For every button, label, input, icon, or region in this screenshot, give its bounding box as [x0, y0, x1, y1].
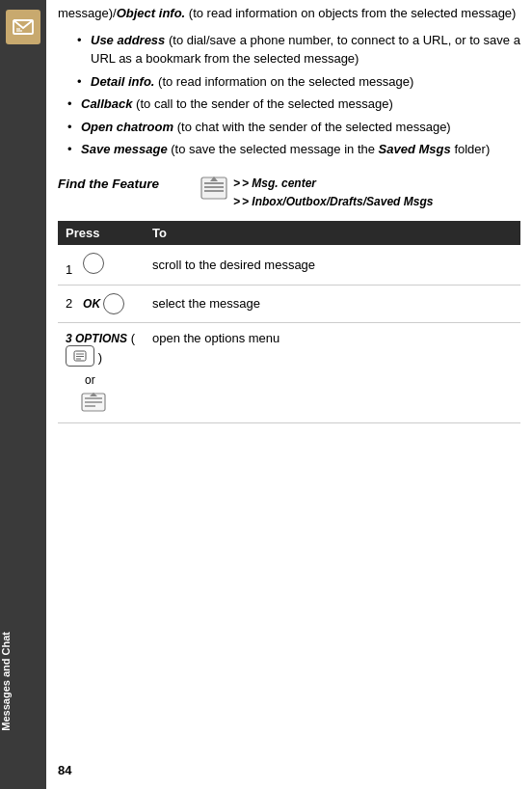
nav-steps: >> Msg. center >> Inbox/Outbox/Drafts/Sa…: [233, 175, 433, 211]
options-rect-button: [66, 345, 94, 367]
menu-icon-row: [81, 393, 106, 415]
row2-action-cell: select the message: [145, 285, 520, 322]
row1-number: 1: [66, 262, 72, 277]
intro-paragraph: message)/Object info. (to read informati…: [58, 4, 520, 23]
sub-bullet-list: Use address (to dial/save a phone number…: [58, 31, 520, 95]
ok-circle-button: [103, 293, 124, 314]
find-feature-label: Find the Feature: [58, 175, 193, 191]
table-row: 2 OK select the message: [58, 285, 520, 322]
main-bullet-list: Callback (to call to the sender of the s…: [58, 95, 520, 163]
list-item: Open chatroom (to chat with the sender o…: [67, 118, 520, 137]
intro-text2: (to read information on objects from the…: [185, 6, 516, 20]
bullet-bold-1: Callback: [81, 96, 132, 111]
row2-action-text: select the message: [152, 296, 260, 311]
list-item: Detail info. (to read information on the…: [77, 72, 520, 92]
or-line: or: [81, 372, 95, 387]
find-feature-nav: >> Msg. center >> Inbox/Outbox/Drafts/Sa…: [200, 175, 433, 211]
col-press-header: Press: [58, 221, 145, 245]
bullet-text-3b: folder): [451, 142, 490, 156]
options-btn-row: 3 OPTIONS (: [66, 331, 137, 415]
phone-menu-icon: [81, 393, 106, 412]
sub-bullet-bold-2: Detail info.: [91, 74, 154, 89]
nav-line-1: >> Msg. center: [233, 175, 433, 193]
nav-line-2: >> Inbox/Outbox/Drafts/Saved Msgs: [233, 193, 433, 211]
sidebar-label: Messages and Chat: [0, 632, 46, 731]
row2-button: OK: [83, 293, 124, 314]
row1-press-cell: 1: [58, 245, 145, 286]
table-row: 1 scroll to the desired message: [58, 245, 520, 286]
table-row: 3 OPTIONS (: [58, 322, 520, 422]
envelope-icon: [12, 15, 35, 39]
find-feature-row: Find the Feature >> Msg. center >>: [58, 175, 520, 211]
object-info-text: Object info.: [117, 6, 186, 20]
row1-button: [83, 253, 104, 274]
page-number: 84: [58, 744, 520, 777]
row2-number: 2: [66, 296, 72, 311]
options-button-icon: [73, 350, 87, 362]
main-content: message)/Object info. (to read informati…: [46, 0, 532, 789]
options-label: 3 OPTIONS: [66, 332, 127, 345]
bullet-text-3: (to save the selected message in the: [171, 142, 378, 156]
options-paren-close: ): [98, 350, 102, 365]
list-item: Save message (to save the selected messa…: [67, 140, 520, 159]
bullet-text-2: (to chat with the sender of the selected…: [177, 120, 451, 134]
nav-menu-icon: [200, 177, 227, 200]
row3-press-cell: 3 OPTIONS (: [58, 322, 145, 422]
sidebar: Messages and Chat: [0, 0, 46, 789]
svg-rect-8: [74, 351, 86, 361]
bullet-bold-3: Save message: [81, 142, 168, 156]
row3-action-text: open the options menu: [152, 331, 279, 345]
row2-press-cell: 2 OK: [58, 285, 145, 322]
bullet-bold-3b: Saved Msgs: [379, 142, 451, 156]
row1-action-text: scroll to the desired message: [152, 258, 315, 272]
sub-bullet-text-2: (to read information on the selected mes…: [158, 74, 413, 89]
table-header-row: Press To: [58, 221, 520, 245]
options-row-1: 3 OPTIONS (: [66, 331, 137, 367]
list-item: Callback (to call to the sender of the s…: [67, 95, 520, 114]
press-table: Press To 1 scroll to the desired mess: [58, 221, 520, 423]
col-to-header: To: [145, 221, 520, 245]
ok-label: OK: [83, 297, 100, 311]
options-paren-open: (: [131, 331, 135, 345]
or-text: or: [85, 373, 95, 387]
bullet-bold-2: Open chatroom: [81, 120, 173, 134]
row1-action-cell: scroll to the desired message: [145, 245, 520, 286]
sub-bullet-bold-1: Use address: [91, 33, 165, 47]
circle-button: [83, 253, 104, 274]
row3-action-cell: open the options menu: [145, 322, 520, 422]
list-item: Use address (to dial/save a phone number…: [77, 31, 520, 68]
intro-text: message)/: [58, 6, 117, 20]
sidebar-icon-box: [6, 10, 40, 44]
bullet-text-1: (to call to the sender of the selected m…: [136, 96, 393, 111]
